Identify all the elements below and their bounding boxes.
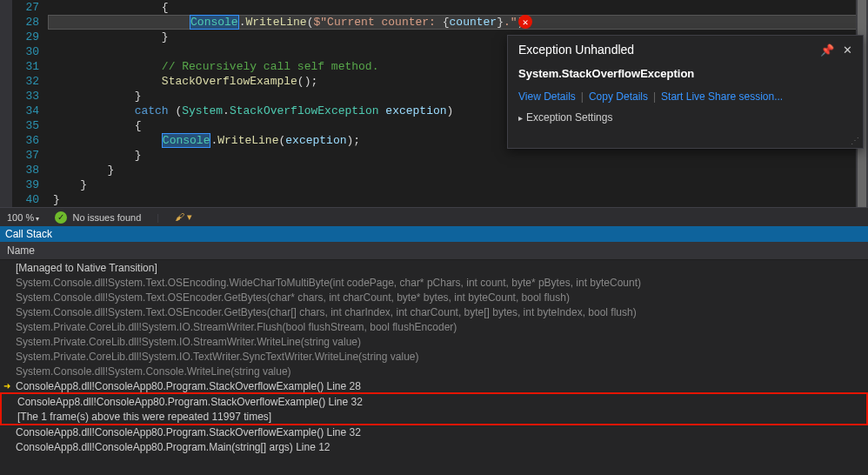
copy-details-link[interactable]: Copy Details bbox=[589, 90, 648, 103]
issues-status[interactable]: ✓ No issues found bbox=[55, 211, 141, 224]
editor-status-bar: 100 % ✓ No issues found | 🖌 ▾ bbox=[0, 207, 868, 226]
exception-type: System.StackOverflowException bbox=[518, 67, 852, 80]
gutter[interactable] bbox=[0, 44, 13, 59]
code-line[interactable]: 39 } bbox=[0, 177, 868, 192]
line-number: 34 bbox=[13, 104, 48, 118]
check-icon: ✓ bbox=[55, 211, 67, 224]
cleanup-icon[interactable]: 🖌 ▾ bbox=[175, 211, 192, 223]
gutter[interactable] bbox=[0, 74, 13, 89]
stack-frame[interactable]: ConsoleApp8.dll!ConsoleApp80.Program.Sta… bbox=[0, 425, 868, 439]
divider: | bbox=[157, 212, 159, 223]
stack-frame[interactable]: ConsoleApp8.dll!ConsoleApp80.Program.Sta… bbox=[2, 394, 866, 409]
code-line[interactable]: 28 Console.WriteLine($"Current counter: … bbox=[0, 15, 868, 30]
line-number: 36 bbox=[13, 133, 48, 148]
exception-badge-icon[interactable]: ✕ bbox=[518, 15, 532, 29]
stack-frame[interactable]: ConsoleApp8.dll!ConsoleApp80.Program.Sta… bbox=[0, 378, 868, 393]
stack-frame[interactable]: System.Console.dll!System.Console.WriteL… bbox=[0, 364, 868, 378]
gutter[interactable] bbox=[0, 133, 13, 148]
stack-frame[interactable]: ConsoleApp8.dll!ConsoleApp80.Program.Mai… bbox=[0, 439, 868, 454]
gutter[interactable] bbox=[0, 15, 13, 30]
code-content[interactable]: } bbox=[48, 148, 868, 163]
gutter[interactable] bbox=[0, 0, 13, 15]
line-number: 28 bbox=[13, 15, 48, 30]
gutter[interactable] bbox=[0, 148, 13, 163]
zoom-level[interactable]: 100 % bbox=[7, 212, 39, 223]
line-number: 38 bbox=[13, 163, 48, 177]
live-share-link[interactable]: Start Live Share session... bbox=[661, 90, 783, 103]
stack-frame[interactable]: [The 1 frame(s) above this were repeated… bbox=[2, 409, 866, 424]
stack-frame[interactable]: System.Private.CoreLib.dll!System.IO.Tex… bbox=[0, 349, 868, 364]
close-icon[interactable]: ✕ bbox=[843, 43, 852, 57]
pin-icon[interactable]: 📌 bbox=[820, 43, 834, 57]
code-content[interactable]: } bbox=[48, 192, 868, 207]
gutter[interactable] bbox=[0, 118, 13, 133]
code-line[interactable]: 38 } bbox=[0, 163, 868, 177]
gutter[interactable] bbox=[0, 163, 13, 177]
line-number: 35 bbox=[13, 118, 48, 133]
line-number: 33 bbox=[13, 89, 48, 104]
resize-handle-icon[interactable]: ⋰ bbox=[508, 134, 863, 148]
gutter[interactable] bbox=[0, 30, 13, 44]
line-number: 27 bbox=[13, 0, 48, 15]
stack-frame[interactable]: System.Console.dll!System.Text.OSEncodin… bbox=[0, 275, 868, 290]
line-number: 40 bbox=[13, 192, 48, 207]
line-number: 30 bbox=[13, 44, 48, 59]
code-editor[interactable]: 27 {28 Console.WriteLine($"Current count… bbox=[0, 0, 868, 207]
call-stack-title[interactable]: Call Stack bbox=[0, 226, 868, 242]
line-number: 32 bbox=[13, 74, 48, 89]
line-number: 37 bbox=[13, 148, 48, 163]
gutter[interactable] bbox=[0, 59, 13, 74]
repeated-frames-highlight: ConsoleApp8.dll!ConsoleApp80.Program.Sta… bbox=[0, 392, 868, 425]
line-number: 29 bbox=[13, 30, 48, 44]
gutter[interactable] bbox=[0, 177, 13, 192]
code-content[interactable]: Console.WriteLine($"Current counter: {co… bbox=[48, 15, 868, 30]
stack-frame[interactable]: System.Console.dll!System.Text.OSEncoder… bbox=[0, 290, 868, 304]
view-details-link[interactable]: View Details bbox=[518, 90, 576, 103]
call-stack-panel: Call Stack Name [Managed to Native Trans… bbox=[0, 226, 868, 475]
exception-title: Exception Unhandled bbox=[518, 43, 820, 57]
code-content[interactable]: { bbox=[48, 0, 868, 15]
code-line[interactable]: 27 { bbox=[0, 0, 868, 15]
line-number: 39 bbox=[13, 177, 48, 192]
code-line[interactable]: 40} bbox=[0, 192, 868, 207]
call-stack-column-header[interactable]: Name bbox=[0, 242, 868, 260]
gutter[interactable] bbox=[0, 104, 13, 118]
exception-settings-expander[interactable]: Exception Settings bbox=[518, 111, 852, 124]
gutter[interactable] bbox=[0, 89, 13, 104]
code-content[interactable]: } bbox=[48, 177, 868, 192]
gutter[interactable] bbox=[0, 192, 13, 207]
stack-frame[interactable]: System.Private.CoreLib.dll!System.IO.Str… bbox=[0, 319, 868, 334]
code-content[interactable]: } bbox=[48, 163, 868, 177]
code-line[interactable]: 37 } bbox=[0, 148, 868, 163]
call-stack-list[interactable]: [Managed to Native Transition]System.Con… bbox=[0, 260, 868, 475]
stack-frame[interactable]: [Managed to Native Transition] bbox=[0, 260, 868, 275]
exception-popup: Exception Unhandled 📌 ✕ System.StackOver… bbox=[507, 35, 864, 149]
stack-frame[interactable]: System.Console.dll!System.Text.OSEncoder… bbox=[0, 304, 868, 319]
line-number: 31 bbox=[13, 59, 48, 74]
stack-frame[interactable]: System.Private.CoreLib.dll!System.IO.Str… bbox=[0, 334, 868, 349]
